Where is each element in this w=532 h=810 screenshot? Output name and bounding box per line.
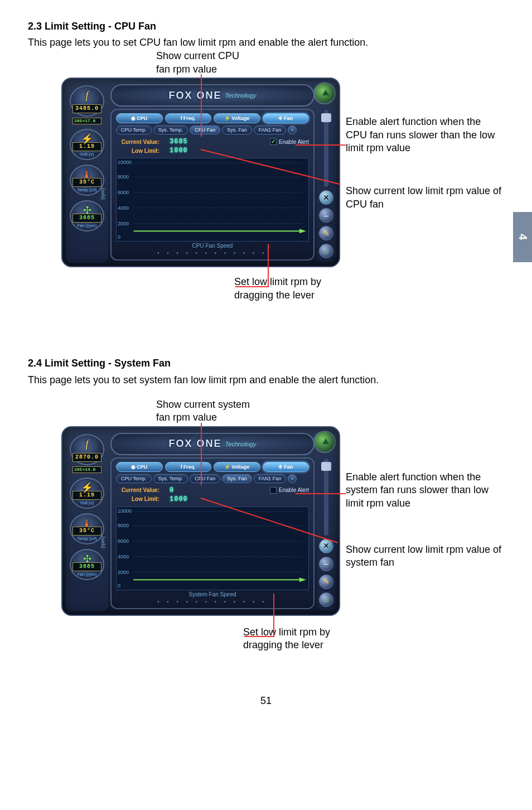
gauge-frequency[interactable]: f 3485.0 xyxy=(70,85,104,117)
current-value-label: Current Value: xyxy=(116,139,159,145)
enable-alert-checkbox[interactable]: ✓ xyxy=(270,138,277,145)
resize-grip-icon: ▪ ▪ ▪ ▪ ▪ ▪ ▪ ▪ ▪ ▪ ▪ ▪ xyxy=(116,250,309,256)
gauge-temperature[interactable]: 🌡 35°C Temp (c/f) xyxy=(70,513,104,544)
fan-speed-chart: 10000 8000 6000 4000 2000 0 (rpm) xyxy=(116,158,309,242)
tab-voltage[interactable]: ⚡Voltage xyxy=(214,113,260,123)
minimize-button[interactable]: – xyxy=(319,557,333,571)
subtab-cpu-temp[interactable]: CPU Temp. xyxy=(116,126,152,134)
section-desc: This page lets you to set system fan low… xyxy=(28,373,504,387)
app-header: FOX ONE Technology xyxy=(110,433,315,455)
subtab-next-button[interactable]: › xyxy=(288,474,297,483)
gauge-fan[interactable]: ✣ 3685 Fan (rpm) xyxy=(70,200,104,232)
fan-speed-chart: 10000 8000 6000 4000 2000 0 (rpm) xyxy=(116,507,309,590)
tab-fan[interactable]: ✣Fan xyxy=(263,113,309,123)
chart-ylabel: (rpm) xyxy=(100,536,105,548)
ytick: 10000 xyxy=(118,160,132,165)
freq-sub-readout: 205×14.0 xyxy=(72,466,101,473)
subtab-sys-fan[interactable]: Sys. Fan xyxy=(222,474,252,483)
low-limit-value: 1000 xyxy=(170,147,188,155)
ytick: 2000 xyxy=(118,221,129,226)
freq-readout: 3485.0 xyxy=(72,104,101,113)
sidebar: f 3485.0 205×17.0 ⚡ 1.19 Volt (v) 🌡 35°C… xyxy=(66,82,108,263)
limit-lever[interactable] xyxy=(299,229,306,234)
config-button[interactable]: ✎ xyxy=(319,575,333,589)
tab-cpu[interactable]: ◉CPU xyxy=(116,113,163,123)
temp-unit: Temp (c/f) xyxy=(77,188,97,192)
callout-top: Show current CPU fan rpm value xyxy=(156,50,239,76)
freq-readout: 2870.0 xyxy=(72,453,101,462)
home-button[interactable]: ⌂ xyxy=(319,592,333,607)
ytick: 6000 xyxy=(118,190,129,195)
chart-title: System Fan Speed xyxy=(116,591,309,597)
power-knob[interactable] xyxy=(313,431,336,453)
callout-lever: Set low limit rpm by dragging the lever xyxy=(243,626,366,652)
app-header: FOX ONE Technology xyxy=(110,84,315,107)
ytick: 0 xyxy=(118,583,120,589)
fan-unit: Fan (rpm) xyxy=(77,572,96,577)
callout-enable-alert: Enable alert function when the CPU fan r… xyxy=(346,115,502,155)
current-value: 3685 xyxy=(170,138,188,146)
tab-fan[interactable]: ✣Fan xyxy=(263,462,309,472)
gauge-temperature[interactable]: 🌡 35°C Temp (c/f) xyxy=(70,165,104,196)
low-limit-value: 1000 xyxy=(170,495,188,503)
gauge-frequency[interactable]: f 2870.0 xyxy=(70,434,104,465)
callout-lever: Set low limit rpm by dragging the lever xyxy=(234,276,357,302)
vertical-slider[interactable] xyxy=(324,110,328,187)
ytick: 0 xyxy=(118,234,120,240)
chart-ylabel: (rpm) xyxy=(100,188,105,200)
gauge-voltage[interactable]: ⚡ 1.19 Volt (v) xyxy=(70,129,104,160)
low-limit-label: Low Limit: xyxy=(116,148,159,154)
main-panel: ◉CPU fFreq. ⚡Voltage ✣Fan CPU Temp. Sys.… xyxy=(110,457,315,609)
enable-alert-label: Enable Alert xyxy=(279,487,309,493)
subtab-cpu-fan[interactable]: CPU Fan xyxy=(190,474,220,483)
current-value: 0 xyxy=(170,486,174,494)
subtab-sys-fan[interactable]: Sys. Fan xyxy=(222,126,252,134)
current-value-label: Current Value: xyxy=(116,487,159,493)
ytick: 8000 xyxy=(118,523,129,528)
temp-unit: Temp (c/f) xyxy=(77,537,97,541)
subtab-fan1-fan[interactable]: FAN1 Fan xyxy=(254,474,287,483)
sidebar: f 2870.0 205×14.0 ⚡ 1.19 Volt (v) 🌡 35°C… xyxy=(66,431,108,611)
subtab-next-button[interactable]: › xyxy=(288,126,297,134)
brand-suffix: Technology xyxy=(225,92,257,99)
main-panel: ◉CPU fFreq. ⚡Voltage ✣Fan CPU Temp. Sys.… xyxy=(110,109,315,261)
tab-voltage[interactable]: ⚡Voltage xyxy=(214,462,260,472)
low-limit-label: Low Limit: xyxy=(116,496,159,502)
minimize-button[interactable]: – xyxy=(319,208,333,223)
ytick: 4000 xyxy=(118,205,129,211)
subtab-cpu-fan[interactable]: CPU Fan xyxy=(190,126,220,134)
volt-unit: Volt (v) xyxy=(80,501,94,505)
vertical-slider[interactable] xyxy=(324,459,328,536)
gauge-voltage[interactable]: ⚡ 1.19 Volt (v) xyxy=(70,478,104,509)
enable-alert-checkbox[interactable] xyxy=(270,487,277,494)
subtab-sys-temp[interactable]: Sys. Temp. xyxy=(153,126,188,134)
section-heading: 2.3 Limit Setting - CPU Fan xyxy=(28,20,504,33)
section-desc: This page lets you to set CPU fan low li… xyxy=(28,36,504,50)
ytick: 8000 xyxy=(118,174,129,180)
chapter-side-tab: 4 xyxy=(513,212,532,262)
fan-unit: Fan (rpm) xyxy=(77,224,96,228)
close-button[interactable]: ✕ xyxy=(319,190,333,205)
limit-lever[interactable] xyxy=(299,577,306,582)
brand-label: FOX ONE xyxy=(169,438,222,450)
subtab-fan1-fan[interactable]: FAN1 Fan xyxy=(254,126,287,134)
section-heading: 2.4 Limit Setting - System Fan xyxy=(28,356,504,370)
tab-cpu[interactable]: ◉CPU xyxy=(116,462,163,472)
gauge-fan[interactable]: ✣ 3685 Fan (rpm) xyxy=(70,549,104,580)
subtab-cpu-temp[interactable]: CPU Temp. xyxy=(116,474,152,483)
right-controls: ✕ – ✎ ⌂ xyxy=(317,107,336,262)
chart-title: CPU Fan Speed xyxy=(116,243,309,249)
home-button[interactable]: ⌂ xyxy=(319,244,333,258)
volt-unit: Volt (v) xyxy=(80,152,94,157)
ytick: 10000 xyxy=(118,508,132,514)
freq-sub-readout: 205×17.0 xyxy=(72,118,101,124)
tab-freq[interactable]: fFreq. xyxy=(165,462,212,472)
enable-alert-label: Enable Alert xyxy=(279,139,309,145)
subtab-sys-temp[interactable]: Sys. Temp. xyxy=(153,474,188,483)
power-knob[interactable] xyxy=(313,82,336,104)
resize-grip-icon: ▪ ▪ ▪ ▪ ▪ ▪ ▪ ▪ ▪ ▪ ▪ ▪ xyxy=(116,599,309,605)
callout-top: Show current system fan rpm value xyxy=(156,398,250,425)
config-button[interactable]: ✎ xyxy=(319,226,333,240)
ytick: 6000 xyxy=(118,538,129,544)
tab-freq[interactable]: fFreq. xyxy=(165,113,212,123)
